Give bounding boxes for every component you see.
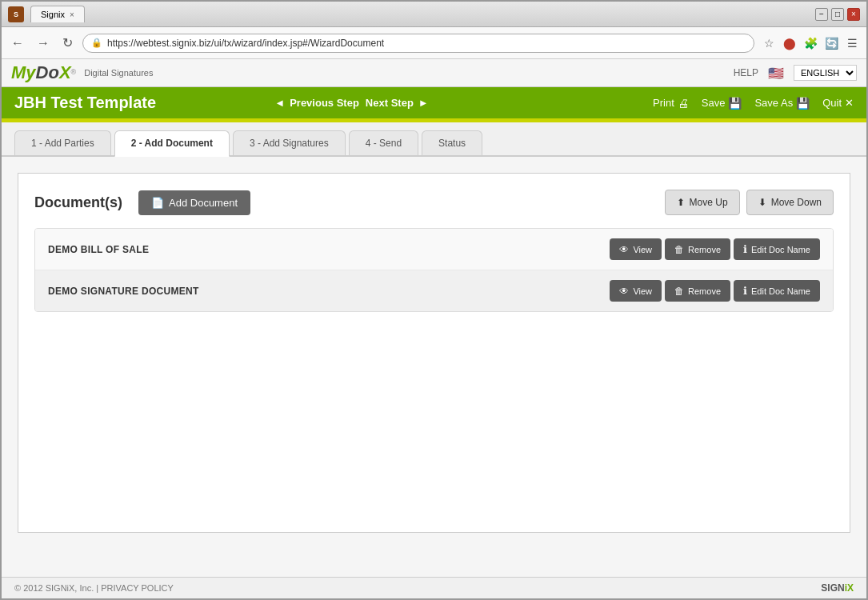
refresh2-icon[interactable]: 🔄 [823,35,839,51]
footer-left: © 2012 SIGNiX, Inc. | PRIVACY POLICY [14,583,174,593]
main-content: Document(s) Add Document ⬆ Move Up ⬇ Mov… [2,157,866,577]
section-title: Document(s) [34,194,122,211]
header-right: HELP 🇺🇸 ENGLISH [734,65,857,81]
edit-doc-name-button[interactable]: Edit Doc Name [734,238,820,260]
quit-icon: ✕ [845,97,854,109]
edit-doc-name-button[interactable]: Edit Doc Name [734,280,820,302]
title-bar: S Signix × − □ × [2,2,866,27]
logo-area: MyDoX® Digital Signatures [11,62,153,83]
tab-status[interactable]: Status [422,130,482,155]
toolbar: JBH Test Template ◄ Previous Step Next S… [2,87,866,118]
eye-icon [619,286,629,297]
logo-x: X [59,62,71,82]
down-arrow-icon: ⬇ [758,197,766,208]
move-buttons: ⬆ Move Up ⬇ Move Down [665,190,834,215]
info-icon [743,285,747,297]
tab-close-icon[interactable]: × [70,10,74,19]
document-name: DEMO SIGNATURE DOCUMENT [48,286,610,297]
toolbar-right: Print Save Save As Quit ✕ [653,97,854,110]
tab-send[interactable]: 4 - Send [349,130,418,155]
menu-icon[interactable]: ☰ [844,35,860,51]
table-row: DEMO BILL OF SALE View Remove Edit Do [35,229,833,270]
toolbar-center: ◄ Previous Step Next Step ► [274,97,428,109]
next-arrow-icon: ► [418,97,429,109]
logo-subtitle: Digital Signatures [84,68,153,78]
add-document-button[interactable]: Add Document [138,190,250,215]
app-header: MyDoX® Digital Signatures HELP 🇺🇸 ENGLIS… [2,59,866,87]
help-link[interactable]: HELP [734,67,758,78]
extensions-icon[interactable]: 🧩 [802,35,818,51]
ssl-lock-icon: 🔒 [91,38,102,48]
logo-registered: ® [71,68,77,76]
trash-icon [674,286,684,297]
section-header: Document(s) Add Document ⬆ Move Up ⬇ Mov… [34,190,834,215]
view-button[interactable]: View [610,238,662,260]
close-window-button[interactable]: × [847,8,860,21]
up-arrow-icon: ⬆ [677,197,685,208]
app-favicon: S [8,6,24,22]
save-as-button[interactable]: Save As [754,97,810,110]
flag-icon: 🇺🇸 [768,66,784,81]
refresh-button[interactable]: ↻ [59,32,76,54]
left-header: Document(s) Add Document [34,190,250,215]
window-controls: − □ × [815,8,860,21]
print-icon [678,97,689,110]
logo-text: MyDoX® [11,62,76,83]
save-as-icon [796,97,810,110]
print-button[interactable]: Print [653,97,689,110]
minimize-button[interactable]: − [815,8,828,21]
stop-icon[interactable]: ⬤ [782,35,798,51]
tabs-bar: 1 - Add Parties 2 - Add Document 3 - Add… [2,122,866,157]
privacy-policy-link[interactable]: PRIVACY POLICY [101,583,174,593]
url-text: https://webtest.signix.biz/ui/tx/wizard/… [107,38,384,49]
star-icon[interactable]: ☆ [761,35,777,51]
doc-row-actions: View Remove Edit Doc Name [610,238,820,260]
remove-button[interactable]: Remove [665,238,730,260]
navigation-bar: ← → ↻ 🔒 https://webtest.signix.biz/ui/tx… [2,27,866,59]
trash-icon [674,244,684,255]
tab-add-document[interactable]: 2 - Add Document [114,130,230,157]
table-row: DEMO SIGNATURE DOCUMENT View Remove E [35,270,833,311]
language-select[interactable]: ENGLISH [794,65,857,81]
page-title: JBH Test Template [14,94,156,112]
move-up-button[interactable]: ⬆ Move Up [665,190,740,215]
document-list: DEMO BILL OF SALE View Remove Edit Do [34,228,834,312]
app-footer: © 2012 SIGNiX, Inc. | PRIVACY POLICY SIG… [2,577,866,598]
next-step-button[interactable]: Next Step ► [366,97,429,109]
eye-icon [619,244,629,255]
nav-icons: ☆ ⬤ 🧩 🔄 ☰ [761,35,860,51]
browser-window: S Signix × − □ × ← → ↻ 🔒 https://webtest… [0,0,868,600]
footer-brand: SIGNiX [821,582,854,594]
tab-add-signatures[interactable]: 3 - Add Signatures [233,130,346,155]
content-inner: Document(s) Add Document ⬆ Move Up ⬇ Mov… [18,173,850,533]
previous-step-button[interactable]: ◄ Previous Step [274,97,359,109]
save-button[interactable]: Save [702,97,742,110]
save-icon [728,97,742,110]
copyright-text: © 2012 SIGNiX, Inc. [14,583,94,593]
tab-title: Signix [41,10,65,19]
tab-add-parties[interactable]: 1 - Add Parties [14,130,111,155]
info-icon [743,243,747,255]
browser-tab[interactable]: Signix × [30,6,85,22]
view-button[interactable]: View [610,280,662,302]
doc-row-actions: View Remove Edit Doc Name [610,280,820,302]
doc-icon [151,197,164,209]
logo-my: My [11,62,36,82]
prev-arrow-icon: ◄ [274,97,285,109]
quit-button[interactable]: Quit ✕ [822,97,854,109]
brand-x: iX [845,582,854,594]
document-name: DEMO BILL OF SALE [48,244,610,255]
forward-button[interactable]: → [34,33,53,54]
remove-button[interactable]: Remove [665,280,730,302]
maximize-button[interactable]: □ [831,8,844,21]
logo-do: Do [36,62,59,82]
move-down-button[interactable]: ⬇ Move Down [746,190,834,215]
back-button[interactable]: ← [8,33,27,54]
address-bar[interactable]: 🔒 https://webtest.signix.biz/ui/tx/wizar… [82,34,754,53]
